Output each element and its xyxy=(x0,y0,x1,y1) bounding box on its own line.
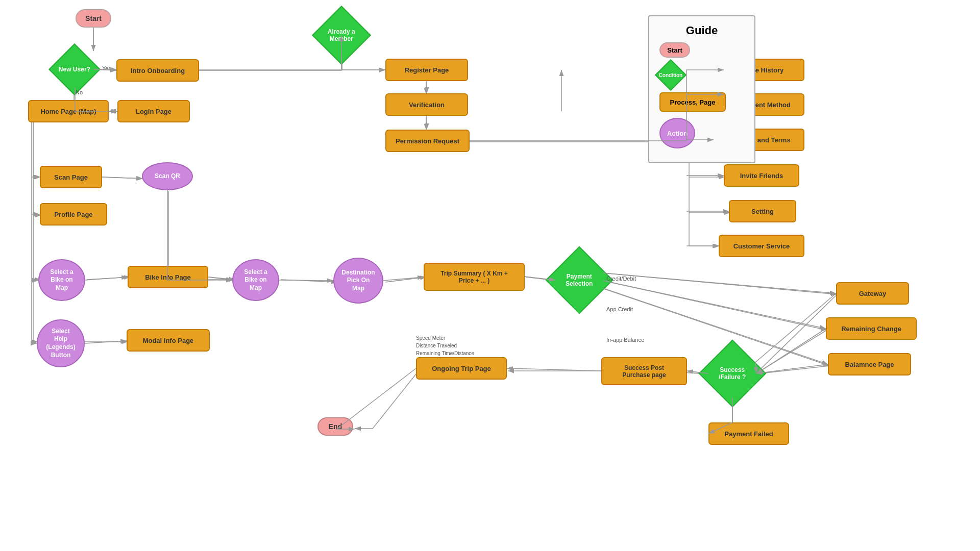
payment-failed-node: Payment Failed xyxy=(708,422,789,445)
scan-page-node: Scan Page xyxy=(40,166,102,188)
svg-line-10 xyxy=(279,280,333,281)
yes-label: Yes xyxy=(102,65,111,71)
select-bike-map1-label: Select a Bike on Map xyxy=(50,268,73,292)
svg-line-14 xyxy=(507,368,601,371)
dest-pick-node: Destination Pick On Map xyxy=(333,258,383,304)
no-label: No xyxy=(76,89,83,95)
select-bike-map1-node: Select a Bike on Map xyxy=(38,259,85,301)
guide-item-start: Start xyxy=(659,42,744,58)
payment-selection-label: Payment Selection xyxy=(556,273,602,288)
ongoing-trip-label: Ongoing Trip Page xyxy=(432,365,491,372)
ongoing-trip-node: Ongoing Trip Page xyxy=(416,357,507,380)
balance-page-label: Balamnce Page xyxy=(845,361,894,368)
select-bike-map2-label: Select a Bike on Map xyxy=(244,268,267,292)
svg-line-8 xyxy=(85,277,128,280)
guide-start-shape: Start xyxy=(659,42,690,58)
scan-qr-node: Scan QR xyxy=(142,162,193,190)
guide-condition-shape: Condition xyxy=(655,59,687,91)
svg-line-9 xyxy=(208,277,232,280)
guide-box: Guide Start Condition Process, Page Acti… xyxy=(648,15,755,163)
guide-process-shape: Process, Page xyxy=(659,92,726,112)
guide-item-process: Process, Page xyxy=(659,92,744,112)
profile-page-label: Profile Page xyxy=(54,211,92,218)
svg-line-11 xyxy=(383,277,424,281)
guide-title: Guide xyxy=(659,24,744,37)
new-user-diamond: New User? xyxy=(48,43,101,95)
gateway-label: Gateway xyxy=(859,290,886,297)
scan-qr-label: Scan QR xyxy=(155,172,180,181)
credit-debit-label: Credit/Debit xyxy=(606,276,636,282)
payment-failed-label: Payment Failed xyxy=(724,430,773,438)
setting-label: Setting xyxy=(751,208,774,215)
setting-node: Setting xyxy=(729,200,796,222)
app-credit-label: App Credit xyxy=(606,306,633,312)
speed-meter-label: Speed Meter Distance Traveled Remaining … xyxy=(416,334,474,357)
invite-friends-node: Invite Friends xyxy=(724,164,799,187)
bike-info-label: Bike Info Page xyxy=(145,273,191,281)
dest-pick-label: Destination Pick On Map xyxy=(341,269,375,293)
select-help-label: Select Help (Legends) Button xyxy=(46,328,75,359)
customer-service-label: Customer Service xyxy=(733,242,790,250)
profile-page-node: Profile Page xyxy=(40,203,107,226)
login-page-label: Login Page xyxy=(136,108,172,115)
svg-line-7 xyxy=(102,177,142,179)
select-bike-map2-node: Select a Bike on Map xyxy=(232,259,279,301)
home-page-node: Home Page (Map) xyxy=(28,100,109,122)
end-label: End xyxy=(329,422,342,431)
flowchart: Start New User? Yes No Intro Onboarding … xyxy=(0,0,980,551)
success-post-label: Success Post Purchase page xyxy=(622,364,666,379)
trip-summary-node: Trip Summary ( X Km + Price + ... ) xyxy=(424,263,525,291)
new-user-label: New User? xyxy=(59,66,90,73)
guide-item-condition: Condition xyxy=(659,64,744,86)
modal-info-label: Modal Info Page xyxy=(143,337,194,344)
already-member-label: Already a Member xyxy=(322,28,361,43)
bike-info-node: Bike Info Page xyxy=(128,266,208,288)
permission-label: Permission Request xyxy=(396,137,459,145)
balance-page-node: Balamnce Page xyxy=(828,353,911,375)
scan-page-label: Scan Page xyxy=(54,173,88,181)
success-failure-label: Success /Failure ? xyxy=(709,366,755,381)
end-node: End xyxy=(317,417,353,436)
already-member-diamond: Already a Member xyxy=(312,6,371,65)
payment-selection-diamond: Payment Selection xyxy=(546,246,614,314)
home-page-label: Home Page (Map) xyxy=(40,108,96,115)
success-failure-diamond: Success /Failure ? xyxy=(699,340,767,408)
success-post-node: Success Post Purchase page xyxy=(601,357,687,385)
verification-label: Verification xyxy=(409,101,445,109)
start-label: Start xyxy=(85,14,102,22)
gateway-node: Gateway xyxy=(836,282,909,305)
start-node: Start xyxy=(76,9,111,28)
customer-service-node: Customer Service xyxy=(719,235,804,257)
intro-onboarding-label: Intro Onboarding xyxy=(131,67,185,74)
intro-onboarding-node: Intro Onboarding xyxy=(116,59,199,82)
register-page-label: Register Page xyxy=(405,66,449,74)
guide-action-shape: Action xyxy=(659,118,695,148)
svg-line-15 xyxy=(85,341,127,343)
login-page-node: Login Page xyxy=(117,100,190,122)
verification-node: Verification xyxy=(385,93,468,116)
trip-summary-label: Trip Summary ( X Km + Price + ... ) xyxy=(440,270,508,284)
guide-item-action: Action xyxy=(659,118,744,148)
register-page-node: Register Page xyxy=(385,59,468,81)
permission-node: Permission Request xyxy=(385,130,470,152)
modal-info-node: Modal Info Page xyxy=(127,329,210,352)
select-help-node: Select Help (Legends) Button xyxy=(37,319,85,367)
invite-friends-label: Invite Friends xyxy=(740,172,783,180)
in-app-balance-label: In-app Balance xyxy=(606,337,644,343)
remaining-change-node: Remaining Change xyxy=(826,317,917,340)
remaining-change-label: Remaining Change xyxy=(841,325,901,333)
